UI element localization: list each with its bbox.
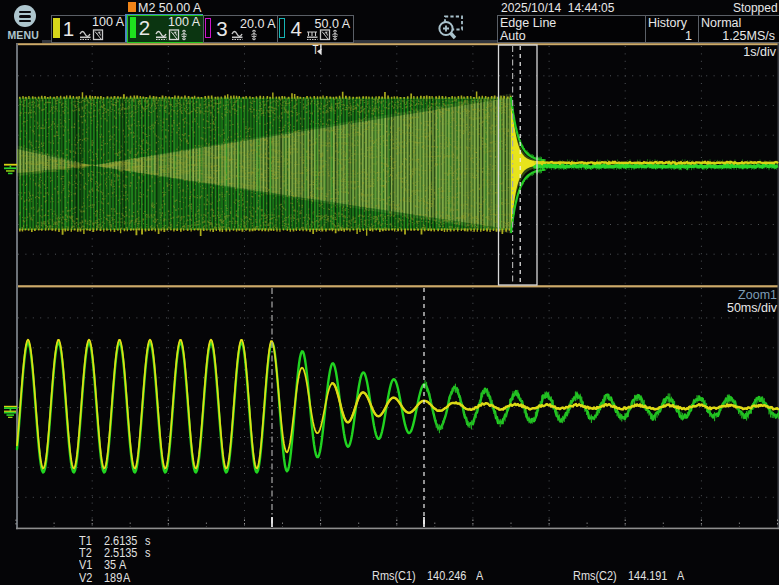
- svg-text:T: T: [313, 43, 320, 57]
